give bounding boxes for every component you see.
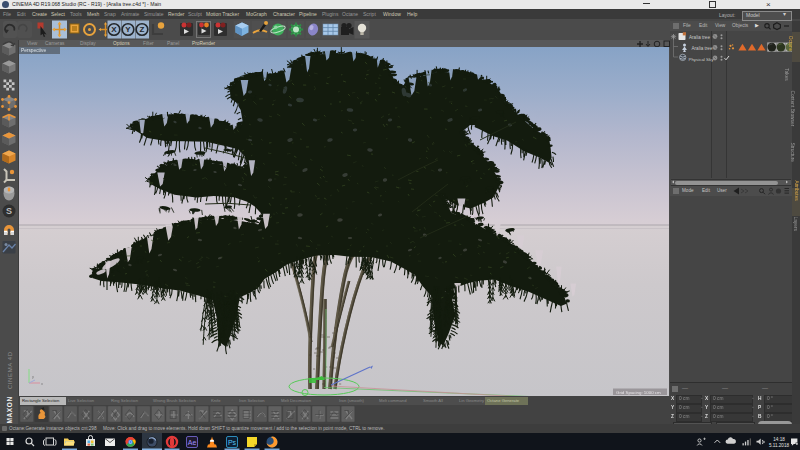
svg-text:Y: Y [125,25,131,34]
svg-text:5.11.2018: 5.11.2018 [769,443,790,448]
svg-text:x: x [41,381,43,386]
svg-text:S: S [6,206,12,216]
svg-text:Ae: Ae [188,439,197,446]
svg-text:Z: Z [140,25,145,34]
svg-text:Grid Spacing: 1000 cm: Grid Spacing: 1000 cm [616,390,661,395]
svg-text:Aralia tree: Aralia tree [692,46,713,51]
svg-text:Perspective: Perspective [21,48,46,53]
svg-text:Physical Sky: Physical Sky [689,57,715,62]
svg-text:Aralia tree: Aralia tree [689,35,710,40]
svg-text:Ps: Ps [228,439,237,446]
svg-text:X: X [111,25,117,34]
svg-text:14:18: 14:18 [773,437,785,442]
svg-text:y: y [32,374,34,379]
